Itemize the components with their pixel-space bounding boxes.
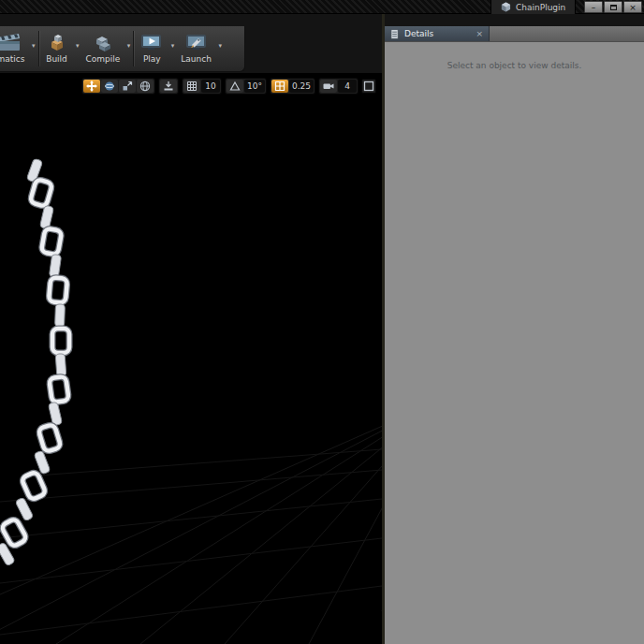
toolbar-build-button[interactable]: Build ▾ <box>40 26 81 71</box>
camera-speed-value[interactable]: 4 <box>338 80 357 93</box>
minimize-icon: – <box>592 3 596 12</box>
surface-snap-icon <box>163 80 174 92</box>
toolbar-label: Build <box>46 54 67 64</box>
window-titlebar: ChainPlugin – × <box>0 0 644 14</box>
viewport-scene <box>0 73 382 644</box>
toolbar-label: Launch <box>181 54 212 64</box>
viewport-canvas[interactable]: 10 10° 0.25 <box>0 73 382 644</box>
chevron-down-icon[interactable]: ▾ <box>127 42 131 50</box>
window-controls: – × <box>584 1 642 13</box>
camera-icon <box>323 80 334 92</box>
close-icon: × <box>629 3 637 12</box>
chevron-down-icon[interactable]: ▾ <box>32 42 36 50</box>
grid-icon <box>186 80 198 92</box>
toolbar-compile-button[interactable]: Compile ▾ <box>81 26 133 71</box>
rotation-snap-button[interactable] <box>227 80 243 93</box>
cinematics-clapperboard-icon <box>0 29 22 54</box>
rotate-tool-button[interactable] <box>101 80 118 93</box>
details-icon <box>390 29 400 39</box>
chevron-down-icon[interactable]: ▾ <box>218 42 222 50</box>
maximize-button[interactable] <box>604 1 622 13</box>
scale-icon <box>122 80 133 92</box>
scale-tool-button[interactable] <box>119 80 136 93</box>
minimize-button[interactable]: – <box>584 1 603 13</box>
tab-close-icon[interactable]: × <box>476 30 483 38</box>
move-icon <box>86 80 97 92</box>
angle-icon <box>229 80 241 92</box>
chevron-down-icon[interactable]: ▾ <box>76 42 80 50</box>
close-button[interactable]: × <box>623 1 642 13</box>
camera-speed-button[interactable] <box>320 80 337 93</box>
camera-speed-group: 4 <box>318 78 359 95</box>
rotate-icon <box>104 80 115 92</box>
toolbar-label: ematics <box>0 54 25 64</box>
toolbar-separator <box>133 31 134 66</box>
details-panel: Details × Select an object to view detai… <box>385 14 644 644</box>
toolbar-play-button[interactable]: Play ▾ <box>135 26 176 71</box>
window-title: ChainPlugin <box>516 3 565 12</box>
scale-snap-icon <box>274 80 285 92</box>
details-panel-body: Select an object to view details. <box>385 42 644 70</box>
transform-tools-group <box>81 78 155 95</box>
maximize-viewport-button[interactable] <box>361 79 376 94</box>
main-toolbar: ematics ▾ Build ▾ <box>0 26 245 72</box>
compile-cubes-icon <box>91 29 115 54</box>
grid-snap-group: 10 <box>182 78 222 95</box>
grid-snap-value[interactable]: 10 <box>201 80 220 93</box>
tab-details-label: Details <box>404 29 433 38</box>
viewport-toolbar: 10 10° 0.25 <box>81 78 376 95</box>
scale-snap-group: 0.25 <box>270 78 315 95</box>
toolbar-label: Play <box>143 54 161 64</box>
details-empty-message: Select an object to view details. <box>385 61 644 70</box>
chevron-down-icon[interactable]: ▾ <box>171 42 175 50</box>
toolbar-separator <box>38 31 39 66</box>
app-cube-icon <box>501 2 511 12</box>
toolbar-launch-button[interactable]: Launch ▾ <box>176 26 224 71</box>
panel-top-gap <box>385 14 644 26</box>
globe-icon <box>139 80 151 92</box>
scale-snap-value[interactable]: 0.25 <box>289 80 314 93</box>
maximize-viewport-icon <box>363 80 374 92</box>
window-title-group: ChainPlugin <box>490 0 576 14</box>
launch-rocket-icon <box>184 29 209 54</box>
world-coordinate-button[interactable] <box>137 80 154 93</box>
maximize-icon <box>610 5 617 10</box>
play-viewport-icon <box>139 29 164 54</box>
chain-mesh <box>0 158 69 566</box>
rotation-snap-group: 10° <box>225 78 267 95</box>
build-blocks-icon <box>45 29 69 54</box>
surface-snap-group <box>158 78 179 95</box>
floor-grid-cross <box>0 449 382 635</box>
rotation-snap-value[interactable]: 10° <box>244 80 265 93</box>
scale-snap-button[interactable] <box>271 80 288 93</box>
toolbar-label: Compile <box>86 54 121 64</box>
move-tool-button[interactable] <box>83 80 100 93</box>
surface-snap-button[interactable] <box>160 80 177 93</box>
main-toolbar-zone: ematics ▾ Build ▾ <box>0 14 382 73</box>
tab-details[interactable]: Details × <box>385 26 490 41</box>
toolbar-cinematics-button[interactable]: ematics ▾ <box>0 26 37 71</box>
grid-snap-button[interactable] <box>183 80 200 93</box>
details-tabbar: Details × <box>385 26 644 42</box>
